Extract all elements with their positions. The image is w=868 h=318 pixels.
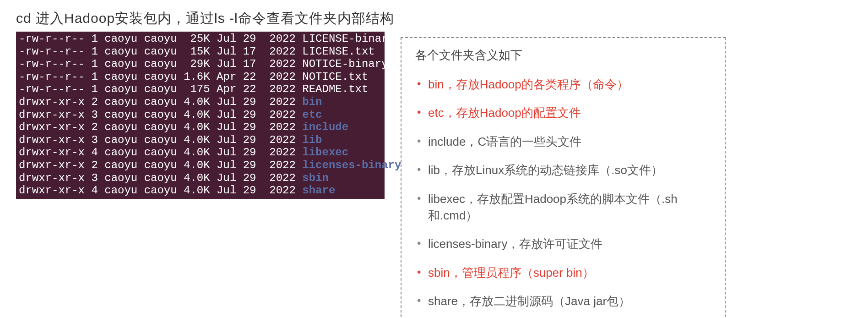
description-list: bin，存放Hadoop的各类程序（命令）etc，存放Hadoop的配置文件in…: [415, 76, 711, 310]
terminal-line: drwxr-xr-x 3 caoyu caoyu 4.0K Jul 29 202…: [19, 172, 382, 185]
terminal-line: drwxr-xr-x 3 caoyu caoyu 4.0K Jul 29 202…: [19, 134, 382, 147]
description-title: 各个文件夹含义如下: [415, 47, 711, 63]
description-item: include，C语言的一些头文件: [415, 133, 711, 150]
terminal-line: drwxr-xr-x 3 caoyu caoyu 4.0K Jul 29 202…: [19, 109, 382, 121]
terminal-line: -rw-r--r-- 1 caoyu caoyu 175 Apr 22 2022…: [19, 83, 382, 96]
directory-name: etc: [302, 109, 322, 121]
description-item: etc，存放Hadoop的配置文件: [415, 104, 711, 121]
directory-name: lib: [302, 134, 322, 146]
terminal-line: -rw-r--r-- 1 caoyu caoyu 15K Jul 17 2022…: [19, 45, 382, 58]
description-item: libexec，存放配置Hadoop系统的脚本文件（.sh和.cmd）: [415, 191, 711, 224]
file-name: NOTICE-binary: [302, 58, 388, 70]
directory-name: bin: [302, 96, 322, 108]
terminal-output: -rw-r--r-- 1 caoyu caoyu 25K Jul 29 2022…: [16, 32, 385, 199]
directory-name: share: [302, 184, 335, 197]
main-container: -rw-r--r-- 1 caoyu caoyu 25K Jul 29 2022…: [16, 32, 852, 318]
description-item: sbin，管理员程序（super bin）: [415, 264, 711, 281]
file-name: README.txt: [302, 83, 368, 95]
directory-name: licenses-binary: [302, 159, 401, 171]
terminal-line: drwxr-xr-x 4 caoyu caoyu 4.0K Jul 29 202…: [19, 184, 382, 197]
directory-name: libexec: [302, 146, 348, 159]
terminal-line: drwxr-xr-x 2 caoyu caoyu 4.0K Jul 29 202…: [19, 121, 382, 134]
description-item: share，存放二进制源码（Java jar包）: [415, 293, 711, 309]
directory-name: sbin: [302, 172, 329, 184]
page-header-text: cd 进入Hadoop安装包内，通过ls -l命令查看文件夹内部结构: [16, 9, 852, 28]
terminal-line: drwxr-xr-x 4 caoyu caoyu 4.0K Jul 29 202…: [19, 146, 382, 159]
directory-name: include: [302, 121, 348, 133]
file-name: LICENSE.txt: [302, 45, 374, 58]
file-name: LICENSE-binary: [302, 33, 395, 45]
terminal-line: -rw-r--r-- 1 caoyu caoyu 25K Jul 29 2022…: [19, 33, 382, 45]
terminal-line: -rw-r--r-- 1 caoyu caoyu 1.6K Apr 22 202…: [19, 71, 382, 83]
description-item: lib，存放Linux系统的动态链接库（.so文件）: [415, 162, 711, 178]
terminal-line: -rw-r--r-- 1 caoyu caoyu 29K Jul 17 2022…: [19, 58, 382, 71]
file-name: NOTICE.txt: [302, 71, 368, 83]
terminal-line: drwxr-xr-x 2 caoyu caoyu 4.0K Jul 29 202…: [19, 96, 382, 109]
description-item: bin，存放Hadoop的各类程序（命令）: [415, 76, 711, 93]
description-item: licenses-binary，存放许可证文件: [415, 236, 711, 252]
description-box: 各个文件夹含义如下 bin，存放Hadoop的各类程序（命令）etc，存放Had…: [401, 37, 726, 318]
terminal-line: drwxr-xr-x 2 caoyu caoyu 4.0K Jul 29 202…: [19, 159, 382, 172]
